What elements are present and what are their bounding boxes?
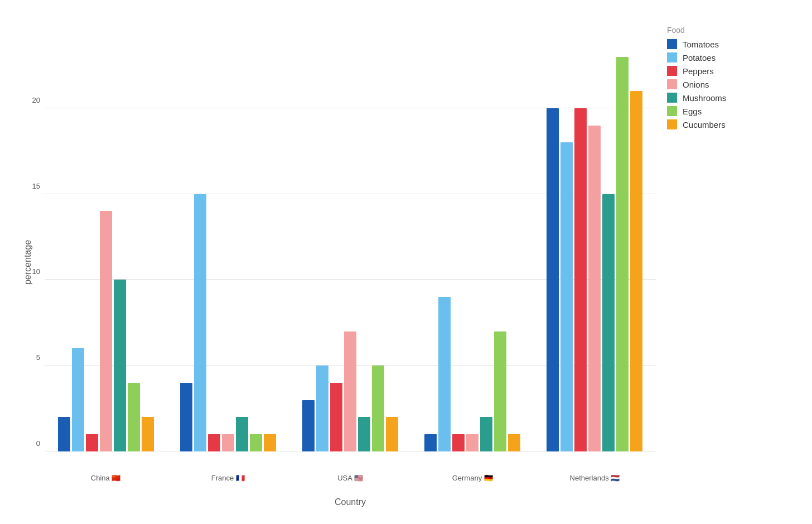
bars-container (45, 22, 656, 451)
country-group (412, 22, 534, 451)
bar-china-onions (100, 211, 112, 451)
bar-usa-onions (344, 331, 356, 451)
legend-item-eggs: Eggs (667, 106, 795, 116)
bar-netherlands-peppers (574, 108, 587, 451)
bar-usa-eggs (372, 366, 384, 451)
chart-container: percentage Country 05101520China 🇨🇳Franc… (0, 0, 812, 524)
bar-netherlands-cucumbers (630, 91, 642, 451)
country-group (534, 22, 656, 451)
legend-color-onions (667, 79, 677, 89)
bar-usa-tomatoes (302, 400, 315, 451)
bar-china-cucumbers (142, 417, 154, 451)
bar-netherlands-tomatoes (547, 108, 559, 451)
bar-germany-peppers (452, 434, 465, 451)
y-tick-label: 0 (36, 439, 40, 448)
bar-netherlands-potatoes (560, 142, 573, 451)
legend-label-eggs: Eggs (683, 107, 702, 116)
chart-area: 05101520China 🇨🇳France 🇫🇷USA 🇺🇸Germany 🇩… (45, 22, 656, 451)
legend-item-tomatoes: Tomatoes (667, 39, 795, 49)
x-tick-label-china: China 🇨🇳 (45, 474, 167, 482)
y-tick-label: 20 (32, 95, 40, 104)
bar-china-mushrooms (114, 280, 126, 451)
bar-germany-onions (466, 434, 478, 451)
x-axis-label: Country (45, 497, 656, 507)
bar-netherlands-eggs (616, 57, 629, 451)
y-tick-label: 10 (32, 267, 40, 276)
x-tick-label-france: France 🇫🇷 (167, 474, 289, 482)
legend-color-eggs (667, 106, 677, 116)
legend-label-onions: Onions (683, 80, 709, 89)
y-axis-label: percentage (23, 239, 33, 284)
legend-item-peppers: Peppers (667, 66, 795, 76)
legend-color-potatoes (667, 52, 677, 63)
legend-color-mushrooms (667, 93, 677, 103)
bar-germany-tomatoes (424, 434, 437, 451)
bar-usa-peppers (330, 383, 342, 451)
country-group (289, 22, 411, 451)
legend-item-cucumbers: Cucumbers (667, 119, 795, 129)
bar-france-tomatoes (180, 383, 192, 451)
bar-germany-potatoes (438, 297, 451, 451)
country-group (167, 22, 289, 451)
legend-title: Food (667, 26, 795, 35)
legend-label-cucumbers: Cucumbers (683, 120, 726, 129)
bar-china-eggs (128, 383, 140, 451)
country-group (45, 22, 167, 451)
bar-usa-mushrooms (358, 417, 370, 451)
legend-item-potatoes: Potatoes (667, 52, 795, 63)
bar-france-onions (222, 434, 234, 451)
bar-china-tomatoes (58, 417, 70, 451)
x-tick-label-netherlands: Netherlands 🇳🇱 (534, 474, 656, 482)
legend-color-tomatoes (667, 39, 677, 49)
x-tick-labels: China 🇨🇳France 🇫🇷USA 🇺🇸Germany 🇩🇪Netherl… (45, 474, 656, 482)
bar-netherlands-onions (588, 126, 601, 451)
bar-france-eggs (250, 434, 262, 451)
legend-label-potatoes: Potatoes (683, 53, 716, 63)
bar-china-potatoes (72, 348, 84, 451)
bar-china-peppers (86, 434, 98, 451)
bar-usa-potatoes (316, 366, 328, 451)
legend: Food TomatoesPotatoesPeppersOnionsMushro… (667, 26, 795, 133)
legend-item-mushrooms: Mushrooms (667, 93, 795, 103)
bar-france-mushrooms (236, 417, 248, 451)
bar-france-potatoes (194, 194, 206, 451)
bar-germany-eggs (494, 331, 506, 451)
x-tick-label-usa: USA 🇺🇸 (289, 474, 411, 482)
x-tick-label-germany: Germany 🇩🇪 (412, 474, 534, 482)
bar-germany-mushrooms (480, 417, 492, 451)
bar-france-cucumbers (264, 434, 276, 451)
legend-label-mushrooms: Mushrooms (683, 93, 726, 103)
legend-color-cucumbers (667, 119, 677, 129)
bar-netherlands-mushrooms (602, 194, 615, 451)
legend-item-onions: Onions (667, 79, 795, 89)
y-tick-label: 15 (32, 181, 40, 190)
y-tick-label: 5 (36, 353, 40, 362)
bar-france-peppers (208, 434, 220, 451)
legend-label-tomatoes: Tomatoes (683, 40, 719, 49)
bar-germany-cucumbers (508, 434, 520, 451)
bar-usa-cucumbers (386, 417, 398, 451)
legend-color-peppers (667, 66, 677, 76)
legend-label-peppers: Peppers (683, 66, 714, 76)
